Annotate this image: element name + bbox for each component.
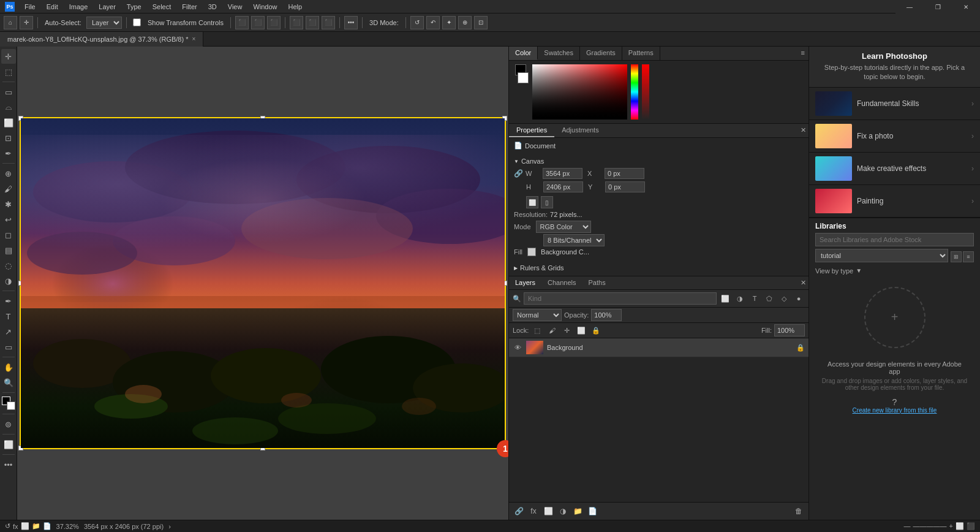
history-brush[interactable]: ↩	[1, 212, 16, 227]
color-tab[interactable]: Color	[509, 47, 538, 60]
adjust-filter[interactable]: ◑	[734, 292, 746, 305]
properties-panel-close[interactable]: ✕	[798, 124, 809, 137]
libraries-search-input[interactable]	[815, 233, 974, 246]
layers-search[interactable]	[524, 292, 717, 305]
tool-icon-1[interactable]: ✛	[20, 16, 33, 29]
filter-toggle[interactable]: ●	[793, 292, 805, 305]
menu-image[interactable]: Image	[64, 2, 93, 12]
portrait-icon[interactable]: ▯	[541, 196, 553, 208]
shape-filter[interactable]: ⬠	[763, 292, 775, 305]
patterns-tab[interactable]: Patterns	[622, 47, 660, 60]
pen-tool[interactable]: ✒	[1, 294, 16, 308]
color-gradient-picker[interactable]	[532, 64, 627, 120]
lock-artboard[interactable]: ⬜	[575, 324, 587, 336]
list-item[interactable]: Fix a photo ›	[809, 120, 980, 153]
adjustments-tab[interactable]: Adjustments	[554, 124, 606, 137]
width-input[interactable]	[543, 168, 582, 179]
list-item[interactable]: Make creative effects ›	[809, 153, 980, 185]
table-row[interactable]: 👁 Background 🔒	[509, 338, 809, 357]
status-arrow[interactable]: ›	[168, 523, 171, 530]
fullscreen-icon[interactable]: ⬛	[967, 522, 975, 530]
text-tool[interactable]: T	[1, 309, 16, 324]
history-forward[interactable]: ✦	[442, 16, 456, 29]
menu-filter[interactable]: Filter	[177, 2, 202, 12]
gradient-tool[interactable]: ▤	[1, 243, 16, 257]
status-icon-mask[interactable]: ⬜	[21, 522, 29, 530]
gradients-tab[interactable]: Gradients	[580, 47, 622, 60]
y-input[interactable]	[605, 181, 645, 192]
text-filter[interactable]: T	[748, 292, 761, 305]
menu-layer[interactable]: Layer	[94, 2, 121, 12]
layers-tab[interactable]: Layers	[509, 276, 541, 289]
path-tool[interactable]: ↗	[1, 324, 16, 339]
rulers-grids-title[interactable]: ▶ Rulers & Grids	[514, 262, 804, 273]
status-icon-layer[interactable]: 📁	[32, 522, 40, 530]
alpha-slider[interactable]	[642, 64, 649, 120]
fill-color-swatch[interactable]	[527, 248, 536, 256]
fill-input[interactable]	[774, 324, 805, 336]
blend-mode-dropdown[interactable]: Normal	[513, 309, 562, 321]
new-group[interactable]: 📁	[571, 505, 584, 517]
shape-tool[interactable]: ▭	[1, 340, 16, 354]
view-dropdown-arrow[interactable]: ▼	[856, 267, 862, 274]
zoom-slider[interactable]: —————	[913, 522, 947, 530]
swatches-tab[interactable]: Swatches	[538, 47, 580, 60]
menu-file[interactable]: File	[20, 2, 40, 12]
extra-tools[interactable]: •••	[1, 457, 16, 472]
canvas-section-title[interactable]: ▼ Canvas	[514, 156, 804, 167]
move-tool-home[interactable]: ⌂	[4, 16, 17, 29]
auto-select-dropdown[interactable]: Layer	[86, 17, 122, 29]
history-back[interactable]: ↶	[426, 16, 440, 29]
properties-tab[interactable]: Properties	[509, 124, 554, 137]
crop-tool[interactable]: ⊡	[1, 131, 16, 145]
artboard-tool[interactable]: ⬚	[1, 64, 16, 79]
maximize-button[interactable]: ❐	[924, 0, 952, 13]
menu-select[interactable]: Select	[148, 2, 176, 12]
zoom-out-icon[interactable]: —	[904, 522, 911, 530]
landscape-icon[interactable]: ⬜	[526, 196, 538, 208]
height-input[interactable]	[543, 181, 583, 192]
create-library-link[interactable]: Create new library from this file	[815, 407, 974, 414]
menu-3d[interactable]: 3D	[203, 2, 222, 12]
blur-tool[interactable]: ◌	[1, 258, 16, 273]
add-mask[interactable]: ⬜	[542, 505, 554, 517]
canvas-area[interactable]: 1	[17, 47, 508, 520]
screen-mode[interactable]: ⬜	[1, 437, 16, 452]
show-transform-checkbox[interactable]	[133, 18, 141, 26]
menu-edit[interactable]: Edit	[42, 2, 63, 12]
new-layer[interactable]: 📄	[586, 505, 598, 517]
smart-filter[interactable]: ◇	[778, 292, 790, 305]
lock-image[interactable]: 🖌	[546, 324, 558, 336]
lock-all[interactable]: 🔒	[590, 324, 602, 336]
align-center-h[interactable]: ⬛	[251, 16, 265, 29]
opacity-input[interactable]	[591, 309, 622, 321]
libraries-dropdown[interactable]: tutorial	[815, 249, 948, 262]
eraser-tool[interactable]: ◻	[1, 227, 16, 242]
file-tab-close[interactable]: ×	[192, 36, 195, 42]
object-selection-tool[interactable]: ⬜	[1, 115, 16, 130]
marquee-tool[interactable]: ▭	[1, 85, 16, 99]
x-input[interactable]	[605, 168, 644, 179]
menu-type[interactable]: Type	[122, 2, 146, 12]
list-item[interactable]: Painting ›	[809, 185, 980, 218]
lasso-tool[interactable]: ⌓	[1, 100, 16, 115]
close-button[interactable]: ✕	[952, 0, 980, 13]
zoom-tool[interactable]: 🔍	[1, 375, 16, 390]
clone-tool[interactable]: ✱	[1, 197, 16, 211]
move-tool[interactable]: ✛	[1, 49, 16, 64]
color-panel-menu[interactable]: ≡	[797, 47, 809, 60]
pixel-filter[interactable]: ⬜	[719, 292, 731, 305]
quick-mask[interactable]: ⊚	[1, 417, 16, 431]
menu-view[interactable]: View	[223, 2, 247, 12]
paths-tab[interactable]: Paths	[582, 276, 612, 289]
file-tab[interactable]: marek-okon-Y8_LOflHcKQ-unsplash.jpg @ 37…	[0, 32, 203, 47]
add-style[interactable]: fx	[527, 505, 540, 517]
status-icon-delete[interactable]: 📄	[43, 522, 51, 530]
lock-transparent[interactable]: ⬚	[531, 324, 543, 336]
hue-slider[interactable]	[631, 64, 638, 120]
menu-help[interactable]: Help	[284, 2, 307, 12]
zoom-in-icon[interactable]: +	[949, 522, 953, 530]
align-right[interactable]: ⬛	[267, 16, 281, 29]
lock-position[interactable]: ✛	[560, 324, 573, 336]
channels-tab[interactable]: Channels	[541, 276, 582, 289]
